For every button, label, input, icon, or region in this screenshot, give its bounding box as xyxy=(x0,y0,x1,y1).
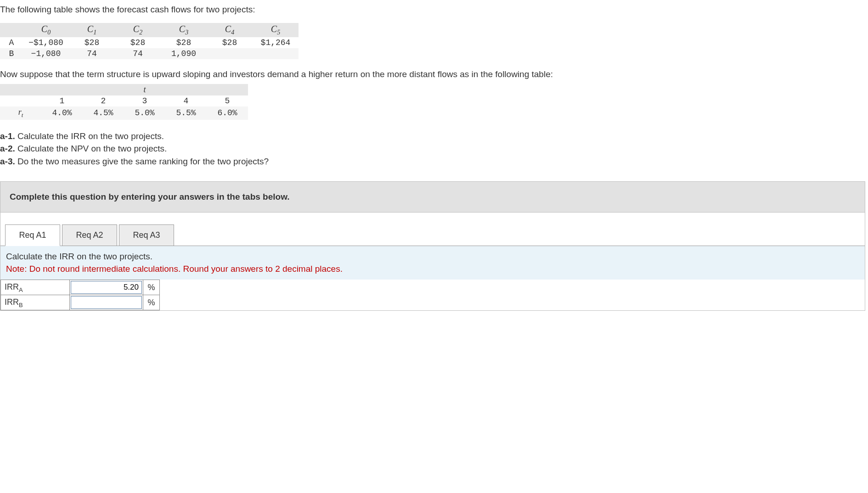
q-a1-text: Calculate the IRR on the two projects. xyxy=(15,131,164,141)
ts-row-cols: 1 2 3 4 5 xyxy=(0,95,248,106)
ts-col-1: 1 xyxy=(41,95,83,106)
q-a3-label: a-3. xyxy=(0,157,15,166)
cf-a-c4: $28 xyxy=(207,37,253,48)
cf-a-c2: $28 xyxy=(115,37,161,48)
ts-col-4: 4 xyxy=(165,95,207,106)
irr-b-label: IRRB xyxy=(1,295,70,310)
ts-col-5: 5 xyxy=(207,95,248,106)
cf-b-c2: 74 xyxy=(115,48,161,59)
ts-r5: 6.0% xyxy=(207,106,248,120)
answer-header: Complete this question by entering your … xyxy=(0,182,865,213)
tab-req-a1[interactable]: Req A1 xyxy=(5,224,60,246)
cf-rowlabel-a: A xyxy=(0,37,23,48)
ts-r1: 4.0% xyxy=(41,106,83,120)
cf-header-c0: C0 xyxy=(23,23,69,37)
cf-header-c5: C5 xyxy=(253,23,299,37)
tab-req-a3[interactable]: Req A3 xyxy=(119,224,174,246)
tabs: Req A1 Req A2 Req A3 xyxy=(5,224,865,246)
cf-a-c5: $1,264 xyxy=(253,37,299,48)
cf-a-c0: −$1,080 xyxy=(23,37,69,48)
irr-row-a: IRRA % xyxy=(1,280,160,295)
cf-header-c3: C3 xyxy=(161,23,207,37)
cf-corner xyxy=(0,23,23,37)
ts-r4: 5.5% xyxy=(165,106,207,120)
ts-col-3: 3 xyxy=(124,95,165,106)
cf-header-c1: C1 xyxy=(69,23,115,37)
cf-header-c2: C2 xyxy=(115,23,161,37)
cf-b-c1: 74 xyxy=(69,48,115,59)
cf-a-c1: $28 xyxy=(69,37,115,48)
irr-a-unit: % xyxy=(143,280,160,295)
cf-row-b: B −1,080 74 74 1,090 xyxy=(0,48,299,59)
term-structure-table: t 1 2 3 4 5 rt 4.0% 4.5% 5.0% 5.5% 6.0% xyxy=(0,84,248,120)
irr-b-unit: % xyxy=(143,295,160,310)
cf-b-c0: −1,080 xyxy=(23,48,69,59)
q-a2-label: a-2. xyxy=(0,144,15,153)
cf-b-c5 xyxy=(253,48,299,59)
ts-empty1 xyxy=(41,84,83,95)
ts-empty2 xyxy=(83,84,124,95)
ts-empty3 xyxy=(165,84,207,95)
answer-panel: Complete this question by entering your … xyxy=(0,181,865,311)
tab-req-a2[interactable]: Req A2 xyxy=(62,224,117,246)
q-a3-text: Do the two measures give the same rankin… xyxy=(15,157,269,166)
para-term-structure: Now suppose that the term structure is u… xyxy=(0,69,868,79)
cf-a-c3: $28 xyxy=(161,37,207,48)
ts-row-label: rt xyxy=(0,106,41,120)
cf-rowlabel-b: B xyxy=(0,48,23,59)
ts-r3: 5.0% xyxy=(124,106,165,120)
ts-r2: 4.5% xyxy=(83,106,124,120)
ts-col-2: 2 xyxy=(83,95,124,106)
ts-row-rates: rt 4.0% 4.5% 5.0% 5.5% 6.0% xyxy=(0,106,248,120)
cf-header-c4: C4 xyxy=(207,23,253,37)
ts-corner xyxy=(0,84,41,95)
ts-col-blank xyxy=(0,95,41,106)
irr-row-b: IRRB % xyxy=(1,295,160,310)
cf-row-a: A −$1,080 $28 $28 $28 $28 $1,264 xyxy=(0,37,299,48)
irr-a-label: IRRA xyxy=(1,280,70,295)
irr-b-input[interactable] xyxy=(71,296,142,309)
cashflow-table: C0 C1 C2 C3 C4 C5 A −$1,080 $28 $28 $28 … xyxy=(0,23,299,59)
q-a1-label: a-1. xyxy=(0,131,15,141)
ts-empty4 xyxy=(207,84,248,95)
irr-input-table: IRRA % IRRB % xyxy=(0,280,160,310)
question-list: a-1. Calculate the IRR on the two projec… xyxy=(0,130,868,168)
q-a2-text: Calculate the NPV on the two projects. xyxy=(15,144,167,153)
cf-b-c4 xyxy=(207,48,253,59)
irr-a-input[interactable] xyxy=(71,281,142,294)
cf-b-c3: 1,090 xyxy=(161,48,207,59)
instr-note: Note: Do not round intermediate calculat… xyxy=(6,263,859,275)
instr-line1: Calculate the IRR on the two projects. xyxy=(6,251,859,263)
intro-text: The following table shows the forecast c… xyxy=(0,5,868,15)
ts-header-t: t xyxy=(124,84,165,95)
tab-instructions: Calculate the IRR on the two projects. N… xyxy=(0,246,865,280)
